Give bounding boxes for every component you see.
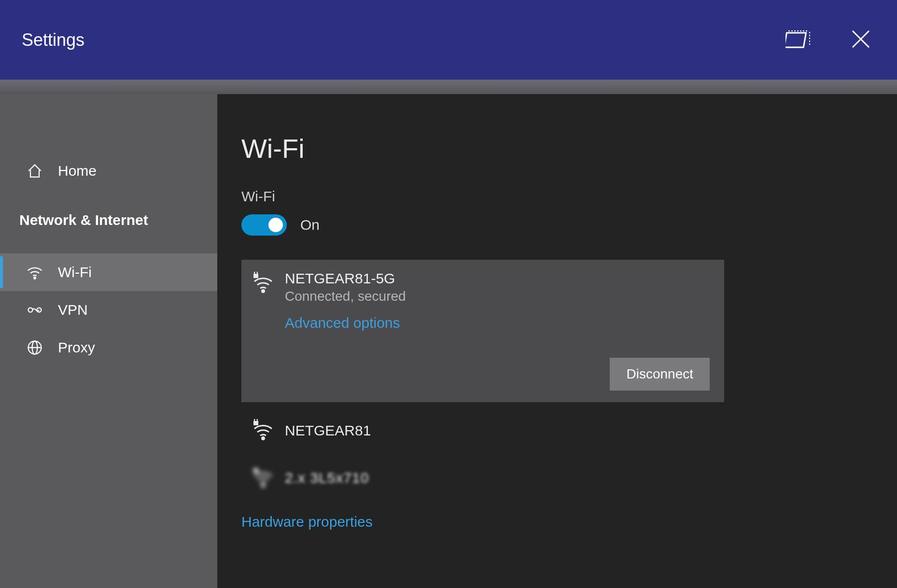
disconnect-button[interactable]: Disconnect — [610, 358, 710, 391]
page-title: Wi-Fi — [241, 133, 873, 164]
sidebar-item-label: Proxy — [58, 339, 95, 356]
network-row: NETGEAR81-5G Connected, secured Advanced… — [250, 270, 710, 331]
window-title: Settings — [22, 30, 784, 50]
sidebar-item-label: Home — [58, 163, 97, 179]
sidebar-item-home[interactable]: Home — [0, 152, 217, 190]
advanced-options-link[interactable]: Advanced options — [285, 315, 400, 331]
svg-rect-12 — [253, 274, 258, 278]
settings-window: Settings — [0, 0, 897, 588]
sidebar-item-label: Wi-Fi — [58, 264, 92, 280]
network-name: NETGEAR81-5G — [285, 270, 710, 287]
available-network-item[interactable]: NETGEAR81 — [241, 407, 724, 454]
titlebar-controls — [784, 26, 875, 55]
sidebar: Home Network & Internet Wi-Fi — [0, 94, 217, 588]
tablet-mode-button[interactable] — [784, 26, 813, 55]
disconnect-row: Disconnect — [250, 358, 710, 391]
wifi-toggle-state: On — [300, 217, 320, 233]
globe-icon — [25, 338, 44, 357]
close-button[interactable] — [846, 26, 875, 55]
sidebar-item-proxy[interactable]: Proxy — [0, 329, 217, 366]
network-info: NETGEAR81-5G Connected, secured Advanced… — [285, 270, 710, 331]
svg-rect-0 — [785, 33, 806, 47]
tablet-mode-icon — [785, 29, 811, 51]
available-network-item[interactable]: 2.x 3L5x710 — [241, 454, 724, 502]
sidebar-item-label: VPN — [58, 302, 88, 318]
svg-point-5 — [34, 277, 36, 279]
titlebar-shadow — [0, 80, 897, 94]
network-status: Connected, secured — [285, 289, 710, 304]
svg-rect-14 — [253, 421, 258, 425]
wifi-toggle-row: On — [241, 214, 873, 236]
wifi-icon — [25, 263, 44, 282]
close-icon — [851, 29, 871, 51]
svg-rect-16 — [253, 468, 258, 473]
wifi-section-label: Wi-Fi — [241, 188, 873, 205]
window-body: Home Network & Internet Wi-Fi — [0, 94, 897, 588]
hardware-properties-link[interactable]: Hardware properties — [241, 514, 373, 530]
connected-network-card[interactable]: NETGEAR81-5G Connected, secured Advanced… — [241, 260, 724, 402]
wifi-secured-icon — [250, 270, 276, 296]
svg-point-6 — [28, 308, 33, 312]
vpn-icon — [25, 300, 44, 320]
home-icon — [25, 161, 44, 181]
sidebar-item-vpn[interactable]: VPN — [0, 291, 217, 329]
wifi-toggle[interactable] — [241, 214, 287, 236]
sidebar-section-header: Network & Internet — [0, 201, 217, 239]
wifi-secured-icon — [250, 418, 276, 444]
network-name: 2.x 3L5x710 — [285, 470, 369, 486]
svg-point-15 — [262, 485, 265, 487]
svg-point-11 — [262, 290, 265, 293]
main-content: Wi-Fi Wi-Fi On — [217, 94, 897, 588]
wifi-secured-icon — [250, 465, 276, 491]
svg-point-13 — [262, 437, 265, 440]
titlebar: Settings — [0, 0, 897, 80]
sidebar-item-wifi[interactable]: Wi-Fi — [0, 253, 217, 291]
network-name: NETGEAR81 — [285, 422, 371, 439]
